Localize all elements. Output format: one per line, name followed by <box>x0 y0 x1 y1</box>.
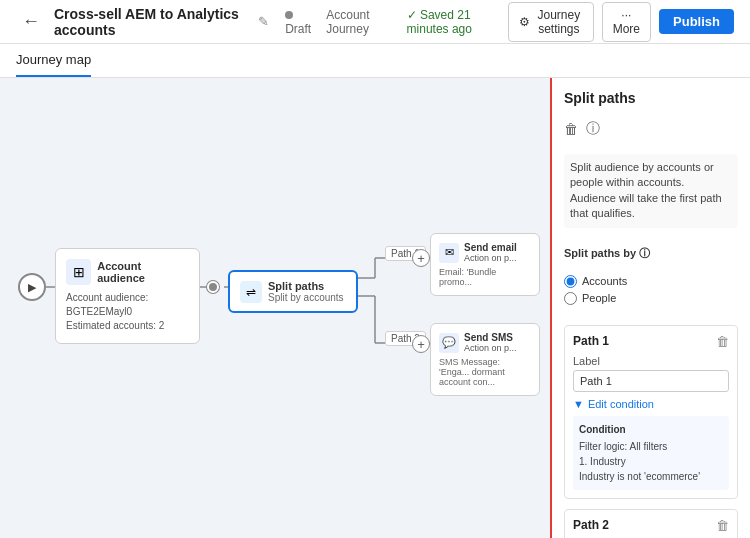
audience-icon: ⊞ <box>66 259 91 285</box>
panel-title: Split paths <box>564 90 738 106</box>
back-button[interactable]: ← <box>16 9 46 34</box>
split-header: ⇌ Split paths Split by accounts <box>240 280 346 303</box>
send-email-icon: ✉ <box>439 243 459 263</box>
panel-actions: 🗑 ⓘ <box>564 120 738 138</box>
page-title: Cross-sell AEM to Analytics accounts <box>54 6 250 38</box>
path2-section: Path 2 🗑 Label ▼ Edit condition Conditio… <box>564 509 738 538</box>
draft-status: Draft <box>285 8 314 36</box>
header-actions: ⚙ Journey settings ··· More Publish <box>508 2 734 42</box>
path2-delete-button[interactable]: 🗑 <box>716 518 729 533</box>
split-paths-node[interactable]: ⇌ Split paths Split by accounts <box>228 270 358 313</box>
path1-edit-condition-button[interactable]: ▼ Edit condition <box>573 398 654 410</box>
panel-description: Split audience by accounts or people wit… <box>564 154 738 228</box>
path1-condition-box: Condition Filter logic: All filters 1. I… <box>573 416 729 490</box>
path1-header: Path 1 🗑 <box>573 334 729 349</box>
people-radio-label[interactable]: People <box>564 292 738 305</box>
send-sms-detail: SMS Message: 'Enga... dormant account co… <box>439 357 531 387</box>
header-meta: Draft Account Journey ✓ Saved 21 minutes… <box>285 8 508 36</box>
settings-icon: ⚙ <box>519 15 530 29</box>
panel-info-button[interactable]: ⓘ <box>586 120 600 138</box>
send-email-detail: Email: 'Bundle promo... <box>439 267 531 287</box>
journey-settings-button[interactable]: ⚙ Journey settings <box>508 2 594 42</box>
split-by-options: Accounts People <box>564 275 738 305</box>
saved-status: ✓ Saved 21 minutes ago <box>407 8 508 36</box>
send-sms-icon: 💬 <box>439 333 459 353</box>
audience-node[interactable]: ⊞ Account audience Account audience: BGT… <box>55 248 200 344</box>
journey-canvas: ▶ ⊞ Account audience Account audience: B… <box>0 78 550 538</box>
more-button[interactable]: ··· More <box>602 2 651 42</box>
edit-title-icon[interactable]: ✎ <box>258 14 269 29</box>
draft-dot <box>285 11 293 19</box>
send-sms-labels: Send SMS Action on p... <box>464 332 517 353</box>
nav-tabs: Journey map <box>0 44 750 78</box>
publish-button[interactable]: Publish <box>659 9 734 34</box>
split-by-label: Split paths by ⓘ <box>564 246 738 261</box>
send-email-labels: Send email Action on p... <box>464 242 517 263</box>
path1-delete-button[interactable]: 🗑 <box>716 334 729 349</box>
send-sms-header: 💬 Send SMS Action on p... <box>439 332 531 353</box>
start-trigger[interactable]: ▶ <box>18 273 46 301</box>
path1-section: Path 1 🗑 Label ▼ Edit condition Conditio… <box>564 325 738 499</box>
split-labels: Split paths Split by accounts <box>268 280 344 303</box>
path2-header: Path 2 🗑 <box>573 518 729 533</box>
path1-section-title: Path 1 <box>573 334 609 348</box>
split-by-info-icon: ⓘ <box>639 247 650 259</box>
connector-dot-start <box>207 281 219 293</box>
path2-section-title: Path 2 <box>573 518 609 532</box>
add-node-path2-button[interactable]: + <box>412 335 430 353</box>
header-left: ← Cross-sell AEM to Analytics accounts ✎… <box>16 6 508 38</box>
panel-delete-button[interactable]: 🗑 <box>564 121 578 137</box>
accounts-radio[interactable] <box>564 275 577 288</box>
audience-title: Account audience <box>97 260 189 284</box>
path1-label-field-label: Label <box>573 355 729 367</box>
send-email-header: ✉ Send email Action on p... <box>439 242 531 263</box>
header: ← Cross-sell AEM to Analytics accounts ✎… <box>0 0 750 44</box>
add-node-path1-button[interactable]: + <box>412 249 430 267</box>
main-layout: ▶ ⊞ Account audience Account audience: B… <box>0 78 750 538</box>
people-radio[interactable] <box>564 292 577 305</box>
audience-header: ⊞ Account audience <box>66 259 189 285</box>
tab-journey-map[interactable]: Journey map <box>16 44 91 77</box>
journey-type: Account Journey <box>326 8 394 36</box>
filter-icon: ▼ <box>573 398 584 410</box>
play-icon: ▶ <box>28 281 36 294</box>
accounts-radio-label[interactable]: Accounts <box>564 275 738 288</box>
split-paths-panel: Split paths 🗑 ⓘ Split audience by accoun… <box>550 78 750 538</box>
send-email-node[interactable]: ✉ Send email Action on p... Email: 'Bund… <box>430 233 540 296</box>
audience-detail: Account audience: BGTE2EMayl0 Estimated … <box>66 291 189 333</box>
path1-label-input[interactable] <box>573 370 729 392</box>
send-sms-node[interactable]: 💬 Send SMS Action on p... SMS Message: '… <box>430 323 540 396</box>
split-icon: ⇌ <box>240 281 262 303</box>
